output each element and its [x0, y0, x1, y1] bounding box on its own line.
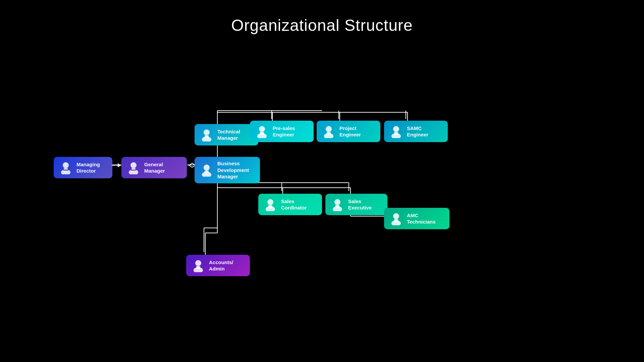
node-sales-coordinator: Sales Cordinator — [258, 194, 322, 215]
svg-point-57 — [326, 126, 332, 132]
node-presales-engineer: Pre-sales Engineer — [250, 121, 314, 142]
node-project-engineer: Project Engineer — [317, 121, 380, 142]
avatar-accounts — [191, 258, 206, 273]
presales-label2: Engineer — [273, 131, 295, 138]
avatar-sales-coord — [263, 197, 278, 212]
svg-rect-71 — [394, 219, 398, 222]
svg-point-51 — [204, 165, 210, 171]
project-label: Project — [339, 125, 361, 132]
sales-coord-label2: Cordinator — [281, 204, 307, 211]
sales-exec-label2: Executive — [348, 204, 372, 211]
org-connections — [0, 44, 644, 362]
samc-label2: Engineer — [407, 131, 428, 138]
avatar-bdm — [199, 163, 214, 177]
connectors — [0, 44, 644, 362]
node-bdm: Business Development Manager — [195, 157, 260, 183]
svg-point-48 — [204, 129, 210, 135]
managing-director-label: Managing — [76, 161, 100, 168]
avatar-presales — [255, 124, 269, 139]
node-accounts-admin: Accounts/ Admin — [186, 255, 250, 276]
technical-manager-label: Technical — [217, 128, 240, 135]
avatar-general — [126, 160, 141, 175]
amc-label: AMC — [407, 212, 436, 219]
node-general-manager: General Manager — [121, 157, 187, 178]
sales-exec-label: Sales — [348, 198, 372, 205]
svg-point-72 — [195, 260, 201, 266]
svg-rect-59 — [327, 132, 331, 135]
avatar-managing — [58, 160, 73, 175]
node-sales-executive: Sales Executive — [325, 194, 387, 215]
node-managing-director: Managing Director — [54, 157, 112, 178]
node-amc-technicians: AMC Technicians — [384, 208, 449, 229]
amc-label2: Technicians — [407, 219, 436, 225]
accounts-label2: Admin — [209, 265, 233, 272]
avatar-samc — [389, 124, 404, 139]
avatar-sales-exec — [330, 197, 345, 212]
org-chart: Managing Director General Manager — [0, 44, 644, 362]
svg-rect-50 — [205, 135, 209, 138]
general-manager-label2: Manager — [144, 168, 165, 174]
svg-rect-62 — [394, 132, 398, 135]
project-label2: Engineer — [339, 131, 361, 138]
arrow-md-gm — [112, 161, 122, 170]
page-title: Organizational Structure — [0, 0, 644, 35]
bdm-label3: Manager — [217, 173, 249, 180]
node-technical-manager: Technical Manager — [195, 124, 258, 145]
avatar-project — [321, 124, 336, 139]
svg-point-54 — [259, 126, 265, 132]
svg-point-18 — [63, 162, 69, 168]
node-samc-engineer: SAMC Engineer — [384, 121, 448, 142]
svg-rect-27 — [131, 170, 136, 171]
svg-point-60 — [393, 126, 399, 132]
svg-rect-68 — [335, 205, 339, 208]
general-manager-label: General — [144, 161, 165, 168]
avatar-amc — [389, 211, 404, 226]
svg-rect-56 — [260, 132, 264, 135]
managing-director-label2: Director — [76, 168, 100, 174]
svg-marker-23 — [118, 163, 121, 167]
accounts-label: Accounts/ — [209, 259, 233, 266]
samc-label: SAMC — [407, 125, 428, 132]
svg-rect-65 — [268, 205, 272, 208]
svg-point-69 — [393, 213, 399, 219]
sales-coord-label: Sales — [281, 198, 307, 205]
svg-point-66 — [334, 199, 340, 205]
presales-label: Pre-sales — [273, 125, 295, 132]
svg-rect-21 — [63, 170, 68, 171]
svg-rect-74 — [196, 266, 200, 269]
bdm-label: Business — [217, 160, 249, 167]
svg-point-24 — [130, 162, 137, 168]
bdm-label2: Development — [217, 167, 249, 174]
svg-rect-53 — [205, 171, 209, 173]
technical-manager-label2: Manager — [217, 135, 240, 141]
avatar-technical — [199, 127, 214, 142]
svg-point-63 — [267, 199, 273, 205]
